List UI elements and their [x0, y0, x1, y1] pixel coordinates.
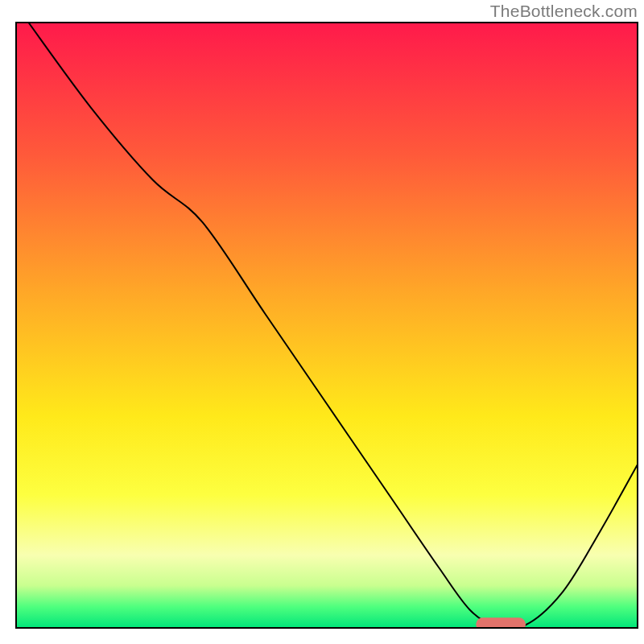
chart-stage: TheBottleneck.com — [0, 0, 644, 644]
gradient-background — [16, 23, 638, 628]
watermark-text: TheBottleneck.com — [490, 2, 638, 21]
bottleneck-chart — [0, 0, 644, 644]
optimal-range-marker — [476, 617, 526, 631]
